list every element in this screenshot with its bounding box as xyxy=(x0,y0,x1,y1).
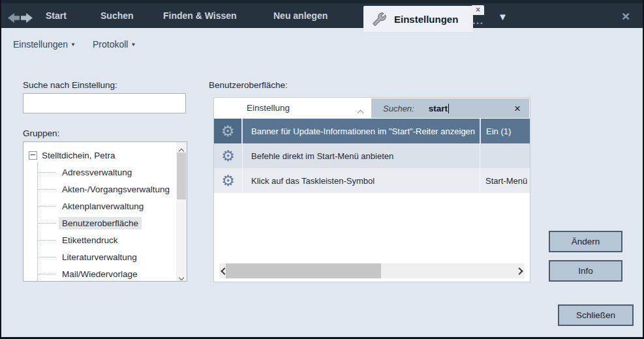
tree-item-literaturverwaltung[interactable]: Literaturverwaltung xyxy=(38,248,187,265)
gear-icon-cell: ⚙ xyxy=(214,143,243,168)
search-setting-label: Suche nach Einstellung: xyxy=(23,80,117,90)
table-search-value[interactable]: start xyxy=(429,104,448,113)
table-search-label: Suchen: xyxy=(383,104,414,113)
table-horizontal-scrollbar[interactable] xyxy=(219,263,525,278)
gear-icon-cell: ⚙ xyxy=(214,119,243,143)
scrollbar-thumb[interactable] xyxy=(226,263,381,278)
clear-search-icon[interactable]: × xyxy=(514,103,521,114)
tree-item-etikettendruck[interactable]: Etikettendruck xyxy=(38,231,187,248)
gear-icon-cell: ⚙ xyxy=(214,168,243,193)
gear-icon: ⚙ xyxy=(221,149,235,164)
aendern-button[interactable]: Ändern xyxy=(549,231,622,252)
table-row[interactable]: ⚙ Befehle direkt im Start-Menü anbieten xyxy=(214,143,530,168)
tree-item-aktenplanverwaltung[interactable]: Aktenplanverwaltung xyxy=(38,198,187,214)
nav-forward-icon[interactable] xyxy=(21,13,33,23)
active-tab-label: Einstellungen xyxy=(394,14,458,25)
window-close-icon[interactable]: × xyxy=(622,8,630,24)
tree-root[interactable]: Stelltdichein, Petra xyxy=(29,147,187,164)
gear-icon: ⚙ xyxy=(221,173,235,188)
setting-value: Start-Menü xyxy=(480,168,530,193)
chevron-down-icon: ▼ xyxy=(130,42,136,48)
tab-finden-wissen[interactable]: Finden & Wissen xyxy=(163,3,237,29)
table-header[interactable]: Einstellung Suchen: start × xyxy=(214,98,530,119)
tree-scrollbar[interactable] xyxy=(176,142,187,281)
navbar: Start Suchen Finden & Wissen Neu anlegen… xyxy=(1,0,643,29)
groups-label: Gruppen: xyxy=(23,128,59,138)
tab-neu-anlegen[interactable]: Neu anlegen xyxy=(273,3,328,29)
tree-item-adressverwaltung[interactable]: Adressverwaltung xyxy=(38,164,187,181)
settings-window: Start Suchen Finden & Wissen Neu anlegen… xyxy=(0,0,644,339)
table-row[interactable]: ⚙ Klick auf das Taskleisten-Symbol Start… xyxy=(214,168,530,193)
tree-item-akten-vorgangsverwaltung[interactable]: Akten-/Vorgangsverwaltung xyxy=(38,181,187,198)
tree-item-benutzeroberflaeche[interactable]: Benutzeroberfläche xyxy=(38,214,187,231)
text-cursor xyxy=(448,104,449,113)
chevron-down-icon: ▼ xyxy=(70,42,76,48)
setting-value: Ein (1) xyxy=(480,119,530,143)
gear-icon: ⚙ xyxy=(221,124,235,139)
wrench-icon xyxy=(373,12,386,26)
tab-dropdown-icon[interactable]: ▼ xyxy=(498,11,508,22)
menu-protokoll[interactable]: Protokoll▼ xyxy=(93,39,136,50)
settings-table: Einstellung Suchen: start × ⚙ Banner für… xyxy=(213,97,530,282)
tab-suchen[interactable]: Suchen xyxy=(100,3,134,29)
menu-einstellungen[interactable]: Einstellungen▼ xyxy=(13,39,76,50)
menubar: Einstellungen▼ Protokoll▼ xyxy=(13,39,136,50)
collapse-icon[interactable] xyxy=(29,151,37,160)
scroll-down-icon[interactable] xyxy=(176,271,187,280)
setting-name: Befehle direkt im Start-Menü anbieten xyxy=(243,143,480,168)
table-search-box[interactable]: Suchen: start × xyxy=(371,98,529,118)
scrollbar-thumb[interactable] xyxy=(177,153,186,199)
tab-close-icon[interactable]: × xyxy=(472,5,484,15)
tab-start[interactable]: Start xyxy=(46,3,67,29)
tree-item-mail-wiedervorlage[interactable]: Mail/Wiedervorlage xyxy=(38,265,187,282)
tab-overflow-dots[interactable]: ... xyxy=(472,14,483,27)
sort-asc-icon[interactable] xyxy=(358,106,363,118)
setting-value xyxy=(480,143,530,168)
groups-tree: Stelltdichein, Petra Adressverwaltung Ak… xyxy=(23,141,187,282)
tab-einstellungen-active[interactable]: Einstellungen xyxy=(363,6,473,32)
search-setting-input[interactable] xyxy=(23,93,186,113)
table-title: Benutzeroberfläche: xyxy=(209,80,288,90)
info-button[interactable]: Info xyxy=(549,260,622,282)
schliessen-button[interactable]: Schließen xyxy=(558,304,634,326)
setting-name: Klick auf das Taskleisten-Symbol xyxy=(243,168,480,193)
table-row[interactable]: ⚙ Banner für Update-Informationen im "St… xyxy=(214,119,530,143)
setting-name: Banner für Update-Informationen im "Star… xyxy=(243,119,480,143)
nav-back-icon[interactable] xyxy=(8,13,20,23)
scroll-right-icon[interactable] xyxy=(514,263,525,278)
column-header-einstellung[interactable]: Einstellung xyxy=(247,103,290,113)
